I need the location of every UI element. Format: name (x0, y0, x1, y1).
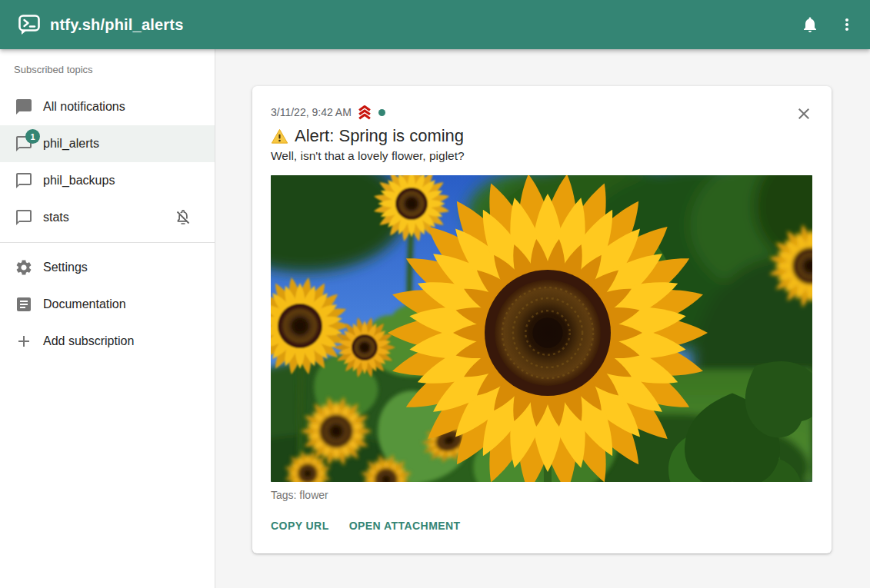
tags-line: Tags: flower (271, 489, 813, 501)
bell-icon (801, 15, 819, 34)
article-icon (15, 295, 33, 314)
sidebar-item-label: phil_backups (43, 174, 115, 188)
close-icon (795, 105, 813, 123)
notification-title-row: Alert: Spring is coming (271, 126, 813, 146)
sidebar-item-label: All notifications (43, 100, 125, 114)
kebab-menu-icon (838, 15, 856, 34)
open-attachment-button[interactable]: OPEN ATTACHMENT (343, 513, 467, 538)
chat-bubble-outline-icon (15, 171, 33, 190)
plus-icon (15, 332, 33, 350)
gear-icon (15, 258, 33, 277)
sidebar-item-phil-backups[interactable]: phil_backups (0, 162, 215, 199)
kebab-menu-button[interactable] (828, 6, 865, 43)
notification-title: Alert: Spring is coming (295, 126, 464, 146)
ntfy-logo-terminal-icon (18, 13, 41, 36)
page-title: ntfy.sh/phil_alerts (50, 16, 183, 34)
sidebar-item-add-subscription[interactable]: Add subscription (0, 323, 215, 360)
app-bar: ntfy.sh/phil_alerts (0, 0, 870, 49)
close-notification-button[interactable] (795, 105, 813, 123)
notifications-off-icon (174, 208, 192, 227)
notifications-bell-button[interactable] (792, 6, 828, 43)
sidebar-item-label: Settings (43, 261, 88, 274)
sidebar-item-label: stats (43, 211, 69, 224)
sidebar-item-settings[interactable]: Settings (0, 249, 215, 286)
attachment-image-sunflowers[interactable] (271, 175, 812, 482)
sidebar-divider (0, 242, 215, 243)
unread-count-badge: 1 (25, 129, 40, 144)
timestamp: 3/11/22, 9:42 AM (271, 106, 352, 118)
sidebar-item-all-notifications[interactable]: All notifications (0, 88, 215, 125)
notification-body: Well, isn't that a lovely flower, piglet… (271, 149, 813, 163)
sidebar-item-label: Documentation (43, 297, 126, 311)
chat-bubble-outline-icon (15, 208, 33, 227)
chat-bubble-outline-icon: 1 (15, 135, 33, 153)
unread-dot (378, 109, 385, 116)
sidebar-item-phil-alerts[interactable]: 1 phil_alerts (0, 125, 215, 162)
sidebar-item-label: phil_alerts (43, 137, 99, 151)
notification-actions: COPY URL OPEN ATTACHMENT (265, 513, 813, 538)
main-content: 3/11/22, 9:42 AM Alert: Spring is coming… (215, 49, 870, 588)
subscribed-topics-label: Subscribed topics (0, 49, 215, 88)
sidebar-item-documentation[interactable]: Documentation (0, 286, 215, 323)
priority-max-icon (356, 104, 373, 121)
sidebar-item-label: Add subscription (43, 334, 134, 348)
copy-url-button[interactable]: COPY URL (265, 513, 335, 538)
sidebar-item-stats[interactable]: stats (0, 199, 215, 236)
chat-bubble-filled-icon (15, 98, 33, 116)
sidebar: Subscribed topics All notifications 1 ph… (0, 49, 215, 588)
notification-meta: 3/11/22, 9:42 AM (271, 105, 813, 120)
notification-card: 3/11/22, 9:42 AM Alert: Spring is coming… (252, 86, 832, 553)
warning-icon (271, 128, 288, 145)
